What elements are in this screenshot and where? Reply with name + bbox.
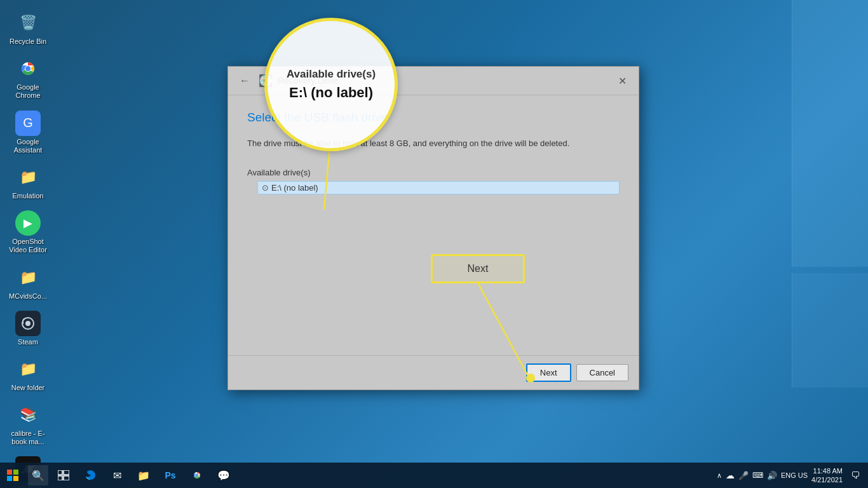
google-assistant-label: Google Assistant: [5, 138, 51, 154]
desktop-icons: 🗑️ Recycle Bin Google Chrome G Google As: [0, 0, 102, 488]
cancel-button[interactable]: Cancel: [576, 364, 628, 381]
taskbar-mic-icon: 🎤: [738, 471, 749, 480]
svg-rect-10: [7, 476, 12, 481]
svg-rect-9: [13, 470, 18, 475]
svg-rect-11: [13, 476, 18, 481]
desktop-icon-new-folder[interactable]: 📁 New folder: [3, 353, 53, 396]
notification-button[interactable]: 🗨: [846, 463, 864, 488]
taskbar-right: ∧ ☁ 🎤 ⌨ 🔊 ENG US 11:48 AM 4/21/2021 🗨: [717, 463, 868, 488]
dialog-title-text: Recovery Drive: [278, 76, 339, 86]
taskbar-clock[interactable]: 11:48 AM 4/21/2021: [811, 466, 843, 485]
taskbar-file-explorer[interactable]: 📁: [131, 463, 156, 488]
taskbar-volume-icon: 🔊: [767, 471, 777, 480]
desktop-icon-chrome[interactable]: Google Chrome: [3, 52, 53, 104]
dialog-content: Select the USB flash drive The drive mus…: [228, 95, 639, 210]
mcvids-label: MCvidsCo...: [9, 292, 47, 301]
svg-rect-15: [64, 476, 69, 480]
svg-rect-8: [7, 470, 12, 475]
drive-icon: 💽: [259, 74, 273, 88]
google-assistant-icon: G: [15, 111, 41, 136]
desktop-icon-emulation[interactable]: 📁 Emulation: [3, 161, 53, 204]
file-explorer-icon: 📁: [137, 470, 150, 482]
dialog-description: The drive must be able to hold at least …: [247, 137, 620, 150]
svg-rect-12: [58, 470, 62, 475]
taskbar-language[interactable]: ENG US: [781, 471, 808, 479]
recovery-drive-dialog: ← 💽 Recovery Drive ✕ Select the USB flas…: [227, 66, 639, 390]
taskbar-photoshop[interactable]: Ps: [158, 463, 183, 488]
drive-name: E:\ (no label): [271, 183, 318, 193]
start-button[interactable]: [0, 463, 25, 488]
svg-rect-14: [58, 476, 62, 480]
new-folder-label: New folder: [11, 384, 45, 392]
emulation-label: Emulation: [13, 192, 44, 200]
desktop-icon-recycle-bin[interactable]: 🗑️ Recycle Bin: [3, 6, 53, 50]
dialog-heading: Select the USB flash drive: [247, 111, 620, 125]
chrome-icon: [15, 56, 41, 81]
dialog-titlebar: ← 💽 Recovery Drive ✕: [228, 67, 639, 95]
taskbar-cloud-icon: ☁: [726, 470, 735, 480]
svg-point-18: [196, 474, 198, 477]
chrome-label: Google Chrome: [5, 83, 51, 100]
taskbar-chevron[interactable]: ∧: [717, 471, 722, 480]
photoshop-icon: Ps: [165, 470, 175, 480]
desktop-icon-calibre[interactable]: 📚 calibre - E-book ma...: [3, 398, 53, 450]
taskbar-apps: ✉ 📁 Ps 💬: [51, 463, 236, 488]
drive-list: ⊙ E:\ (no label): [257, 181, 620, 194]
svg-point-5: [25, 321, 31, 326]
recycle-bin-label: Recycle Bin: [10, 37, 46, 46]
calibre-icon: 📚: [15, 402, 41, 428]
mcvids-icon: 📁: [15, 265, 41, 290]
desktop-icon-google-assistant[interactable]: G Google Assistant: [3, 107, 53, 158]
desktop-icon-steam[interactable]: Steam: [3, 307, 53, 350]
openshot-icon: ▶: [15, 210, 41, 236]
taskbar-keyboard-icon: ⌨: [752, 471, 763, 480]
taskbar-time-display: 11:48 AM: [811, 466, 843, 475]
steam-icon: [15, 311, 41, 336]
taskbar-mail[interactable]: ✉: [104, 463, 130, 488]
new-folder-icon: 📁: [15, 356, 41, 382]
desktop: 🗑️ Recycle Bin Google Chrome G Google As: [0, 0, 868, 488]
desktop-icon-mcvids[interactable]: 📁 MCvidsCo...: [3, 261, 53, 304]
notification-icon: 🗨: [851, 470, 860, 480]
taskbar-search-button[interactable]: 🔍: [28, 465, 48, 485]
svg-point-2: [25, 66, 31, 71]
steam-label: Steam: [18, 338, 38, 346]
svg-rect-13: [64, 470, 69, 475]
drive-list-item[interactable]: ⊙ E:\ (no label): [257, 181, 620, 194]
drive-dot: ⊙: [262, 183, 269, 193]
next-button[interactable]: Next: [526, 363, 571, 382]
emulation-icon: 📁: [15, 165, 41, 190]
taskbar-discord[interactable]: 💬: [211, 463, 236, 488]
calibre-label: calibre - E-book ma...: [5, 430, 51, 446]
deco-panel-2: [792, 273, 868, 388]
dialog-back-button[interactable]: ←: [236, 74, 254, 88]
deco-panel-1: [792, 0, 868, 267]
discord-icon: 💬: [217, 470, 230, 482]
dialog-close-button[interactable]: ✕: [613, 72, 631, 90]
dialog-title-left: ← 💽 Recovery Drive: [236, 74, 339, 88]
mail-icon: ✉: [113, 470, 121, 482]
desktop-icon-openshot[interactable]: ▶ OpenShot Video Editor: [3, 207, 53, 258]
taskbar-chrome-pinned[interactable]: [184, 463, 210, 488]
taskbar-date-display: 4/21/2021: [811, 475, 843, 484]
taskbar: 🔍 ✉ 📁: [0, 463, 868, 488]
recycle-bin-icon: 🗑️: [15, 10, 41, 36]
search-icon: 🔍: [32, 470, 44, 482]
taskbar-edge[interactable]: [78, 463, 103, 488]
openshot-label: OpenShot Video Editor: [5, 238, 51, 254]
taskbar-task-view[interactable]: [51, 463, 76, 488]
dialog-footer: Next Cancel: [228, 355, 639, 390]
available-drives-label: Available drive(s): [247, 168, 620, 177]
